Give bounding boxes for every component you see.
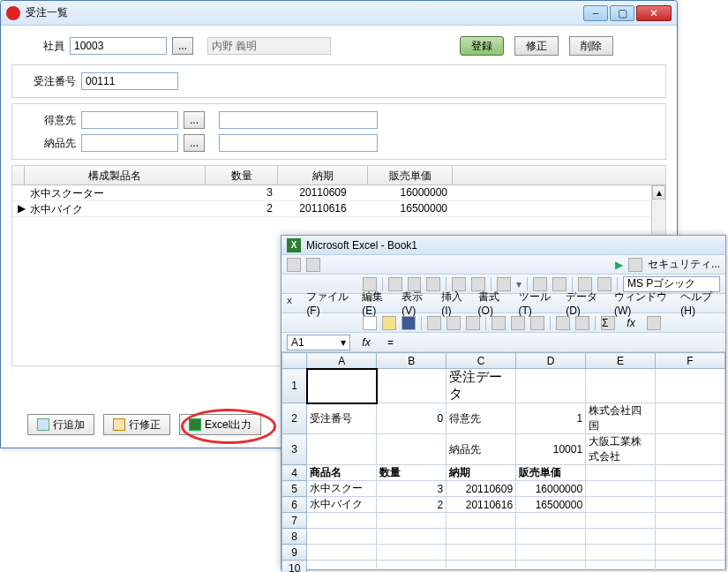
formula-bar: A1▾ fx = — [281, 333, 725, 352]
excel-menubar: X ファイル(F) 編集(E) 表示(V) 挿入(I) 書式(O) ツール(T)… — [281, 294, 725, 313]
security-label[interactable]: セキュリティ... — [648, 257, 720, 272]
col-header[interactable]: B — [377, 353, 447, 369]
titlebar[interactable]: 受注一覧 – ▢ ✕ — [1, 1, 677, 26]
col-header[interactable]: D — [516, 353, 586, 369]
excel-titlebar[interactable]: X Microsoft Excel - Book1 — [281, 236, 725, 255]
fx-icon[interactable]: fx — [620, 317, 642, 329]
formula-input[interactable] — [399, 334, 720, 351]
excel-icon — [189, 418, 201, 431]
order-no-input[interactable] — [81, 72, 178, 90]
sort-asc-icon[interactable] — [647, 316, 661, 330]
window-title: 受注一覧 — [26, 5, 583, 20]
pencil-icon — [113, 418, 125, 431]
minimize-button[interactable]: – — [583, 5, 608, 21]
grid-row[interactable]: 水中スクーター 3 20110609 16000000 — [12, 185, 665, 201]
preview-icon[interactable] — [447, 316, 461, 330]
shipto-id-input[interactable] — [81, 134, 178, 152]
excel-window: X Microsoft Excel - Book1 ▶ セキュリティ... ▾ … — [281, 235, 726, 570]
order-no-frame: 受注番号 — [11, 64, 666, 98]
customer-name-input[interactable] — [219, 111, 378, 129]
fx-label[interactable]: fx — [356, 336, 377, 349]
employee-lookup-button[interactable]: ... — [172, 37, 193, 55]
shipto-label: 納品先 — [23, 136, 76, 151]
menu-help[interactable]: ヘルプ(H) — [677, 290, 720, 317]
register-button[interactable]: 登録 — [460, 36, 504, 56]
app-icon — [6, 6, 20, 20]
worksheet[interactable]: A B C D E F 1受注データ 2受注番号0得意先1株式会社四国 3納品先… — [281, 352, 725, 572]
col-name[interactable]: 構成製品名 — [25, 166, 206, 184]
workbook-icon[interactable] — [287, 258, 301, 272]
cut-icon[interactable] — [492, 316, 506, 330]
customer-lookup-button[interactable]: ... — [184, 111, 205, 129]
undo-icon[interactable] — [556, 316, 570, 330]
menu-edit[interactable]: 編集(E) — [358, 290, 393, 317]
col-header[interactable]: A — [307, 353, 377, 369]
copy-icon[interactable] — [511, 316, 525, 330]
paste-icon[interactable] — [530, 316, 544, 330]
customer-frame: 得意先 ... 納品先 ... — [11, 103, 666, 160]
order-no-label: 受注番号 — [23, 74, 76, 89]
excel-doc-icon[interactable]: X — [287, 297, 297, 311]
document-icon — [37, 418, 49, 431]
security-icon[interactable] — [628, 258, 642, 272]
delete-button[interactable]: 削除 — [569, 36, 613, 56]
customer-id-input[interactable] — [81, 111, 178, 129]
employee-id-input[interactable] — [70, 37, 167, 55]
book-icon[interactable] — [306, 258, 320, 272]
menu-data[interactable]: データ(D) — [562, 290, 605, 317]
cell-A1[interactable] — [307, 369, 377, 403]
menu-file[interactable]: ファイル(F) — [303, 290, 353, 317]
add-row-button[interactable]: 行追加 — [27, 414, 94, 435]
excel-app-icon: X — [287, 238, 301, 252]
close-button[interactable]: ✕ — [636, 5, 672, 21]
excel-window-title: Microsoft Excel - Book1 — [306, 239, 720, 252]
grid-header: 構成製品名 数量 納期 販売単価 — [12, 166, 665, 185]
select-all-cell[interactable] — [282, 353, 307, 369]
customer-label: 得意先 — [23, 113, 76, 128]
edit-button[interactable]: 修正 — [514, 36, 559, 56]
spellcheck-icon[interactable] — [466, 316, 480, 330]
edit-row-button[interactable]: 行修正 — [103, 414, 170, 435]
menu-insert[interactable]: 挿入(I) — [438, 290, 469, 317]
name-box[interactable]: A1▾ — [287, 335, 350, 350]
col-header[interactable]: E — [586, 353, 656, 369]
employee-name-display — [207, 37, 331, 55]
play-icon[interactable]: ▶ — [615, 259, 623, 271]
menu-view[interactable]: 表示(V) — [398, 290, 432, 317]
excel-toolbar-1: ▶ セキュリティ... — [281, 255, 725, 275]
menu-format[interactable]: 書式(O) — [475, 290, 510, 317]
shipto-name-input[interactable] — [219, 134, 378, 152]
print-icon[interactable] — [427, 316, 441, 330]
shipto-lookup-button[interactable]: ... — [184, 134, 205, 152]
save-icon[interactable] — [402, 316, 416, 330]
col-header[interactable]: F — [656, 353, 725, 369]
excel-export-button[interactable]: Excel出力 — [179, 414, 261, 435]
menu-window[interactable]: ウィンドウ(W) — [611, 290, 672, 317]
col-price[interactable]: 販売単価 — [368, 166, 453, 184]
new-icon[interactable] — [363, 316, 377, 330]
scroll-up-icon[interactable]: ▴ — [652, 185, 665, 199]
current-row-marker-icon: ▶ — [12, 201, 25, 216]
col-date[interactable]: 納期 — [278, 166, 368, 184]
maximize-button[interactable]: ▢ — [610, 5, 634, 21]
open-icon[interactable] — [382, 316, 396, 330]
sum-icon[interactable]: Σ — [601, 316, 615, 330]
menu-tools[interactable]: ツール(T) — [515, 290, 558, 317]
col-header[interactable]: C — [447, 353, 516, 369]
grid-row[interactable]: ▶ 水中バイク 2 20110616 16500000 — [12, 201, 665, 217]
employee-label: 社員 — [11, 39, 64, 54]
col-qty[interactable]: 数量 — [206, 166, 278, 184]
redo-icon[interactable] — [575, 316, 589, 330]
